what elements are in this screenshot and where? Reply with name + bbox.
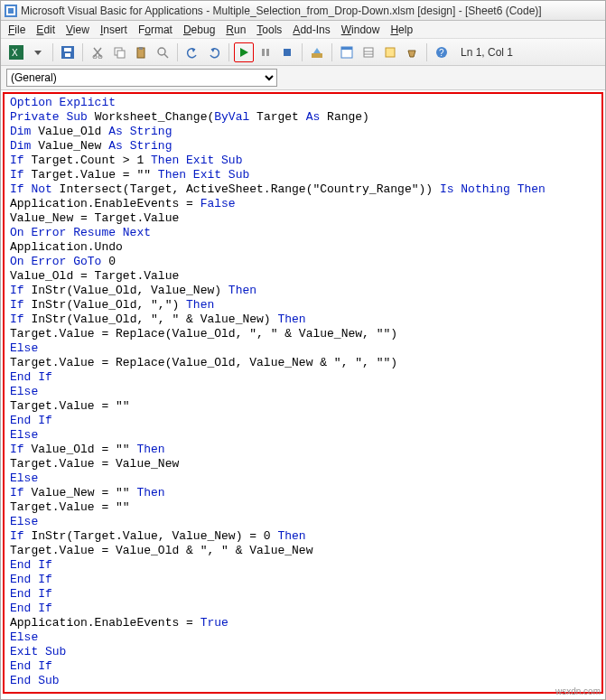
menu-run[interactable]: Run (226, 23, 246, 36)
menu-window[interactable]: Window (341, 23, 380, 36)
svg-rect-12 (117, 51, 125, 58)
code-text[interactable]: Option Explicit Private Sub Worksheet_Ch… (10, 96, 596, 688)
separator (302, 43, 303, 61)
svg-rect-21 (266, 49, 269, 56)
svg-text:?: ? (439, 48, 444, 58)
paste-button[interactable] (131, 42, 151, 62)
svg-marker-19 (240, 48, 248, 57)
dropdown-arrow-icon[interactable] (28, 42, 48, 62)
project-explorer-button[interactable] (337, 42, 357, 62)
menu-file[interactable]: File (8, 23, 25, 36)
separator (52, 43, 53, 61)
svg-rect-7 (64, 48, 71, 51)
help-button[interactable]: ? (432, 42, 452, 62)
run-button[interactable] (234, 42, 254, 62)
vba-app-icon (5, 5, 17, 17)
svg-text:X: X (12, 48, 18, 58)
find-button[interactable] (153, 42, 172, 62)
break-button[interactable] (256, 42, 275, 62)
object-dropdown-bar: (General) (1, 66, 605, 90)
title-bar: Microsoft Visual Basic for Applications … (1, 1, 605, 21)
svg-rect-23 (312, 53, 322, 58)
toolbar: X ? Ln 1, Col 1 (1, 39, 605, 66)
svg-rect-8 (65, 53, 70, 57)
svg-rect-30 (386, 48, 395, 57)
menu-bar: File Edit View Insert Format Debug Run T… (1, 21, 605, 39)
menu-format[interactable]: Format (138, 23, 172, 36)
properties-button[interactable] (359, 42, 378, 62)
object-dropdown[interactable]: (General) (6, 69, 277, 87)
menu-debug[interactable]: Debug (183, 23, 215, 36)
svg-point-15 (158, 48, 165, 55)
separator (228, 43, 229, 61)
menu-edit[interactable]: Edit (36, 23, 55, 36)
view-excel-button[interactable]: X (6, 42, 26, 62)
toolbox-button[interactable] (402, 42, 422, 62)
svg-rect-20 (262, 49, 265, 56)
svg-rect-22 (284, 49, 291, 56)
svg-rect-26 (341, 47, 352, 50)
window-title: Microsoft Visual Basic for Applications … (21, 5, 542, 17)
cursor-position: Ln 1, Col 1 (461, 46, 513, 59)
design-mode-button[interactable] (307, 42, 327, 62)
svg-rect-14 (139, 47, 143, 50)
menu-insert[interactable]: Insert (100, 23, 127, 36)
separator (331, 43, 332, 61)
menu-addins[interactable]: Add-Ins (293, 23, 330, 36)
copy-button[interactable] (109, 42, 129, 62)
redo-button[interactable] (204, 42, 224, 62)
svg-marker-5 (34, 51, 42, 55)
separator (177, 43, 178, 61)
code-editor[interactable]: Option Explicit Private Sub Worksheet_Ch… (3, 92, 603, 694)
svg-rect-27 (364, 48, 373, 57)
cut-button[interactable] (88, 42, 107, 62)
watermark: wsxdn.com (555, 686, 601, 696)
separator (82, 43, 83, 61)
separator (426, 43, 427, 61)
menu-help[interactable]: Help (390, 23, 413, 36)
menu-tools[interactable]: Tools (256, 23, 282, 36)
save-button[interactable] (58, 42, 78, 62)
svg-marker-24 (313, 48, 321, 53)
undo-button[interactable] (182, 42, 202, 62)
menu-view[interactable]: View (66, 23, 89, 36)
reset-button[interactable] (277, 42, 297, 62)
svg-line-16 (164, 54, 168, 58)
object-browser-button[interactable] (380, 42, 400, 62)
svg-rect-2 (8, 8, 14, 14)
